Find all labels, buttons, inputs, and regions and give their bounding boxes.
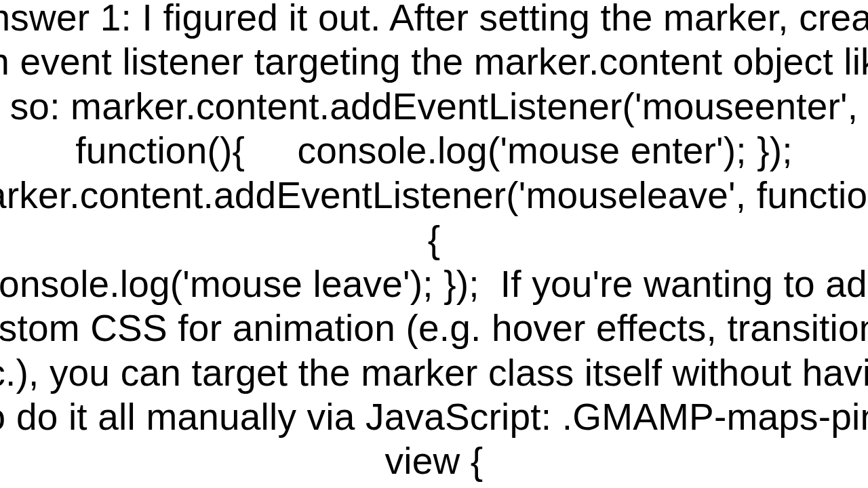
document-viewport: Answer 1: I figured it out. After settin… [0,0,868,488]
answer-text: Answer 1: I figured it out. After settin… [0,0,868,488]
